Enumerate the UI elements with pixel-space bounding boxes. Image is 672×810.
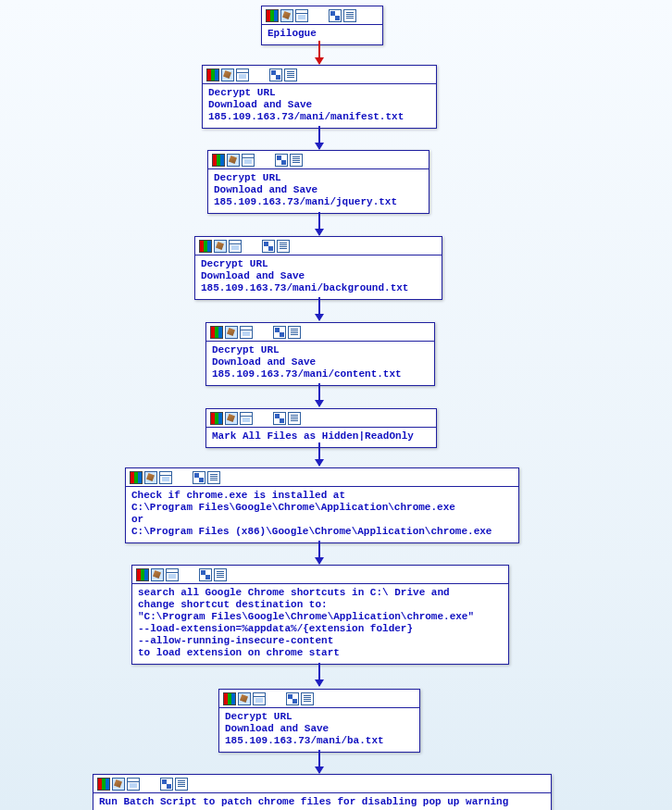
node-body: Decrypt URL Download and Save 185.109.16… bbox=[206, 342, 434, 385]
document-icon bbox=[277, 240, 290, 253]
document-icon bbox=[301, 692, 314, 705]
node-body: Decrypt URL Download and Save 185.109.16… bbox=[203, 84, 436, 128]
brush-icon bbox=[112, 778, 125, 791]
toolbar-gap bbox=[243, 240, 260, 253]
node-toolbar bbox=[195, 237, 442, 255]
window-icon bbox=[242, 154, 255, 167]
toolbar-gap bbox=[174, 471, 191, 484]
node-toolbar bbox=[262, 6, 382, 25]
puzzle-icon bbox=[273, 326, 286, 339]
brush-icon bbox=[151, 568, 164, 581]
node-text-line: Download and Save bbox=[214, 184, 317, 195]
document-icon bbox=[290, 154, 303, 167]
node-text-line: "C:\Program Files\Google\Chrome\Applicat… bbox=[138, 611, 474, 622]
node-text-line: --allow-running-insecure-content bbox=[138, 635, 333, 646]
flow-node[interactable]: search all Google Chrome shortcuts in C:… bbox=[131, 565, 509, 665]
palette-icon bbox=[212, 154, 225, 167]
toolbar-gap bbox=[268, 692, 284, 705]
flow-arrow bbox=[318, 663, 320, 686]
toolbar-gap bbox=[255, 326, 271, 339]
puzzle-icon bbox=[193, 471, 205, 484]
node-body: Decrypt URL Download and Save 185.109.16… bbox=[195, 255, 442, 299]
flow-node[interactable]: Decrypt URL Download and Save 185.109.16… bbox=[205, 322, 435, 386]
document-icon bbox=[284, 69, 297, 81]
node-toolbar bbox=[203, 66, 436, 84]
node-text-line: or bbox=[131, 514, 143, 525]
flow-node[interactable]: Decrypt URL Download and Save 185.109.16… bbox=[207, 150, 429, 214]
node-body: Decrypt URL Download and Save 185.109.16… bbox=[219, 708, 419, 752]
node-text-line: C:\Program Files\Google\Chrome\Applicati… bbox=[131, 502, 455, 513]
window-icon bbox=[240, 326, 253, 339]
flow-node[interactable]: Run Batch Script to patch chrome files f… bbox=[93, 774, 552, 810]
flow-node[interactable]: Check if chrome.exe is installed at C:\P… bbox=[125, 467, 519, 543]
flow-arrow bbox=[318, 541, 320, 564]
document-icon bbox=[214, 568, 227, 581]
document-icon bbox=[207, 471, 220, 484]
window-icon bbox=[229, 240, 242, 253]
brush-icon bbox=[225, 326, 238, 339]
flow-node[interactable]: Decrypt URL Download and Save 185.109.16… bbox=[194, 236, 442, 300]
node-toolbar bbox=[219, 690, 419, 708]
node-text-line: Decrypt URL bbox=[208, 87, 276, 98]
brush-icon bbox=[225, 412, 238, 425]
node-toolbar bbox=[206, 323, 434, 342]
flow-arrow bbox=[318, 750, 320, 773]
node-text-line: Decrypt URL bbox=[201, 258, 268, 269]
toolbar-gap bbox=[256, 154, 273, 167]
node-text-line: Decrypt URL bbox=[214, 172, 281, 183]
palette-icon bbox=[210, 326, 223, 339]
toolbar-gap bbox=[142, 778, 158, 791]
flow-arrow bbox=[318, 41, 320, 64]
puzzle-icon bbox=[262, 240, 275, 253]
brush-icon bbox=[280, 9, 293, 22]
window-icon bbox=[159, 471, 172, 484]
palette-icon bbox=[97, 778, 110, 791]
puzzle-icon bbox=[160, 778, 173, 791]
node-toolbar bbox=[93, 775, 551, 793]
node-text-line: Download and Save bbox=[212, 356, 316, 368]
palette-icon bbox=[206, 69, 219, 81]
flow-arrow bbox=[318, 297, 320, 320]
node-toolbar bbox=[206, 409, 436, 428]
node-text-line: Check if chrome.exe is installed at bbox=[131, 490, 345, 501]
node-text-line: Decrypt URL bbox=[225, 711, 292, 722]
brush-icon bbox=[144, 471, 157, 484]
brush-icon bbox=[221, 69, 234, 81]
node-body: Epilogue bbox=[262, 25, 382, 44]
brush-icon bbox=[214, 240, 227, 253]
node-body: Run Batch Script to patch chrome files f… bbox=[93, 793, 551, 810]
puzzle-icon bbox=[273, 412, 286, 425]
window-icon bbox=[166, 568, 179, 581]
window-icon bbox=[236, 69, 249, 81]
node-toolbar bbox=[132, 566, 508, 584]
node-text-line: Download and Save bbox=[225, 723, 329, 734]
node-body: search all Google Chrome shortcuts in C:… bbox=[132, 584, 508, 664]
flow-node[interactable]: Decrypt URL Download and Save 185.109.16… bbox=[218, 689, 420, 753]
node-text-line: search all Google Chrome shortcuts in C:… bbox=[138, 587, 450, 598]
document-icon bbox=[175, 778, 188, 791]
puzzle-icon bbox=[199, 568, 212, 581]
node-body: Check if chrome.exe is installed at C:\P… bbox=[126, 487, 518, 542]
window-icon bbox=[127, 778, 140, 791]
flow-arrow bbox=[318, 212, 320, 235]
flow-node[interactable]: Mark All Files as Hidden|ReadOnly bbox=[205, 408, 437, 448]
window-icon bbox=[240, 412, 253, 425]
node-text-line: to load extension on chrome start bbox=[138, 647, 340, 658]
document-icon bbox=[288, 326, 301, 339]
node-text-line: Download and Save bbox=[208, 99, 312, 110]
toolbar-gap bbox=[180, 568, 197, 581]
node-text-line: Decrypt URL bbox=[212, 344, 280, 355]
node-body: Mark All Files as Hidden|ReadOnly bbox=[206, 428, 436, 447]
node-text-line: 185.109.163.73/mani/jquery.txt bbox=[214, 196, 397, 207]
puzzle-icon bbox=[329, 9, 342, 22]
node-text-line: 185.109.163.73/mani/content.txt bbox=[212, 368, 402, 380]
palette-icon bbox=[210, 412, 223, 425]
node-text-line: 185.109.163.73/mani/manifest.txt bbox=[208, 111, 404, 122]
palette-icon bbox=[199, 240, 212, 253]
flow-node[interactable]: Epilogue bbox=[261, 6, 383, 45]
palette-icon bbox=[223, 692, 236, 705]
node-text-line: 185.109.163.73/mani/ba.txt bbox=[225, 735, 384, 746]
node-toolbar bbox=[208, 151, 429, 169]
flow-node[interactable]: Decrypt URL Download and Save 185.109.16… bbox=[202, 65, 437, 129]
puzzle-icon bbox=[275, 154, 288, 167]
